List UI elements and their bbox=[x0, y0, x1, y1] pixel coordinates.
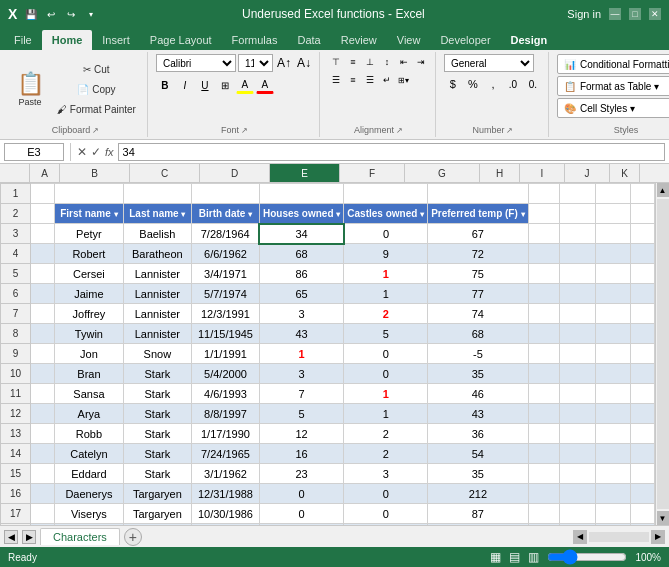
cell-i7[interactable] bbox=[560, 304, 595, 324]
save-icon[interactable]: 💾 bbox=[23, 6, 39, 22]
cell-b11[interactable]: Sansa bbox=[55, 384, 124, 404]
cell-j9[interactable] bbox=[595, 344, 630, 364]
cell-b18[interactable]: Tyrion bbox=[55, 524, 124, 526]
cell-j2[interactable] bbox=[595, 204, 630, 224]
cell-i18[interactable] bbox=[560, 524, 595, 526]
cell-f13[interactable]: 2 bbox=[344, 424, 428, 444]
cell-a17[interactable] bbox=[31, 504, 55, 524]
cell-e15[interactable]: 23 bbox=[259, 464, 343, 484]
cell-b13[interactable]: Robb bbox=[55, 424, 124, 444]
cell-b2[interactable]: First name ▾ bbox=[55, 204, 124, 224]
cell-j6[interactable] bbox=[595, 284, 630, 304]
cell-a3[interactable] bbox=[31, 224, 55, 244]
cell-b17[interactable]: Viserys bbox=[55, 504, 124, 524]
cell-g3[interactable]: 67 bbox=[428, 224, 528, 244]
format-as-table-button[interactable]: 📋 Format as Table ▾ bbox=[557, 76, 669, 96]
cell-b12[interactable]: Arya bbox=[55, 404, 124, 424]
cell-e10[interactable]: 3 bbox=[259, 364, 343, 384]
cell-e8[interactable]: 43 bbox=[259, 324, 343, 344]
cell-e9[interactable]: 1 bbox=[259, 344, 343, 364]
italic-button[interactable]: I bbox=[176, 76, 194, 94]
cell-reference-box[interactable]: E3 bbox=[4, 143, 64, 161]
bold-button[interactable]: B bbox=[156, 76, 174, 94]
cell-g14[interactable]: 54 bbox=[428, 444, 528, 464]
cell-f8[interactable]: 5 bbox=[344, 324, 428, 344]
indent-decrease-button[interactable]: ⇤ bbox=[396, 54, 412, 70]
cell-c10[interactable]: Stark bbox=[123, 364, 191, 384]
align-center-button[interactable]: ≡ bbox=[345, 72, 361, 88]
cell-a13[interactable] bbox=[31, 424, 55, 444]
cell-g8[interactable]: 68 bbox=[428, 324, 528, 344]
cell-a11[interactable] bbox=[31, 384, 55, 404]
cell-k12[interactable] bbox=[630, 404, 654, 424]
add-sheet-button[interactable]: + bbox=[124, 528, 142, 546]
cell-b6[interactable]: Jaime bbox=[55, 284, 124, 304]
increase-font-button[interactable]: A↑ bbox=[275, 54, 293, 72]
cell-j14[interactable] bbox=[595, 444, 630, 464]
font-color-button[interactable]: A bbox=[256, 76, 274, 94]
cell-h4[interactable] bbox=[528, 244, 560, 264]
cell-k10[interactable] bbox=[630, 364, 654, 384]
col-header-d[interactable]: D bbox=[200, 164, 270, 182]
tab-data[interactable]: Data bbox=[287, 30, 330, 50]
cell-a14[interactable] bbox=[31, 444, 55, 464]
conditional-formatting-button[interactable]: 📊 Conditional Formatting ▾ bbox=[557, 54, 669, 74]
cell-d13[interactable]: 1/17/1990 bbox=[191, 424, 259, 444]
cell-k7[interactable] bbox=[630, 304, 654, 324]
col-header-f[interactable]: F bbox=[340, 164, 405, 182]
cell-b8[interactable]: Tywin bbox=[55, 324, 124, 344]
cell-d9[interactable]: 1/1/1991 bbox=[191, 344, 259, 364]
cell-k6[interactable] bbox=[630, 284, 654, 304]
vertical-scrollbar[interactable]: ▲ ▼ bbox=[655, 183, 669, 525]
cell-d17[interactable]: 10/30/1986 bbox=[191, 504, 259, 524]
cell-e6[interactable]: 65 bbox=[259, 284, 343, 304]
cell-g17[interactable]: 87 bbox=[428, 504, 528, 524]
scroll-right-tab-button[interactable]: ▶ bbox=[22, 530, 36, 544]
cell-e11[interactable]: 7 bbox=[259, 384, 343, 404]
cell-g5[interactable]: 75 bbox=[428, 264, 528, 284]
cell-j13[interactable] bbox=[595, 424, 630, 444]
cell-i8[interactable] bbox=[560, 324, 595, 344]
cell-e16[interactable]: 0 bbox=[259, 484, 343, 504]
cell-k11[interactable] bbox=[630, 384, 654, 404]
tab-insert[interactable]: Insert bbox=[92, 30, 140, 50]
view-normal-icon[interactable]: ▦ bbox=[490, 550, 501, 564]
indent-increase-button[interactable]: ⇥ bbox=[413, 54, 429, 70]
cell-h14[interactable] bbox=[528, 444, 560, 464]
cell-c7[interactable]: Lannister bbox=[123, 304, 191, 324]
cell-k3[interactable] bbox=[630, 224, 654, 244]
cell-c11[interactable]: Stark bbox=[123, 384, 191, 404]
cancel-formula-icon[interactable]: ✕ bbox=[77, 145, 87, 159]
cell-e17[interactable]: 0 bbox=[259, 504, 343, 524]
col-header-h[interactable]: H bbox=[480, 164, 520, 182]
cell-a10[interactable] bbox=[31, 364, 55, 384]
font-name-select[interactable]: Calibri bbox=[156, 54, 236, 72]
cell-i16[interactable] bbox=[560, 484, 595, 504]
cell-h5[interactable] bbox=[528, 264, 560, 284]
cell-i3[interactable] bbox=[560, 224, 595, 244]
cell-h11[interactable] bbox=[528, 384, 560, 404]
cell-c9[interactable]: Snow bbox=[123, 344, 191, 364]
cell-a9[interactable] bbox=[31, 344, 55, 364]
cell-f14[interactable]: 2 bbox=[344, 444, 428, 464]
cell-k15[interactable] bbox=[630, 464, 654, 484]
cell-e14[interactable]: 16 bbox=[259, 444, 343, 464]
sheet-tab-characters[interactable]: Characters bbox=[40, 528, 120, 545]
cell-h12[interactable] bbox=[528, 404, 560, 424]
number-dialog-icon[interactable]: ↗ bbox=[506, 126, 513, 135]
cell-j8[interactable] bbox=[595, 324, 630, 344]
cell-b14[interactable]: Catelyn bbox=[55, 444, 124, 464]
cell-k1[interactable] bbox=[630, 184, 654, 204]
cell-c18[interactable]: Lannister bbox=[123, 524, 191, 526]
cell-e12[interactable]: 5 bbox=[259, 404, 343, 424]
cell-d1[interactable] bbox=[191, 184, 259, 204]
wrap-text-button[interactable]: ↵ bbox=[379, 72, 395, 88]
tab-home[interactable]: Home bbox=[42, 30, 93, 50]
cell-a15[interactable] bbox=[31, 464, 55, 484]
maximize-button[interactable]: □ bbox=[629, 8, 641, 20]
cell-j16[interactable] bbox=[595, 484, 630, 504]
cell-i4[interactable] bbox=[560, 244, 595, 264]
cell-c3[interactable]: Baelish bbox=[123, 224, 191, 244]
col-header-g[interactable]: G bbox=[405, 164, 480, 182]
cell-k17[interactable] bbox=[630, 504, 654, 524]
